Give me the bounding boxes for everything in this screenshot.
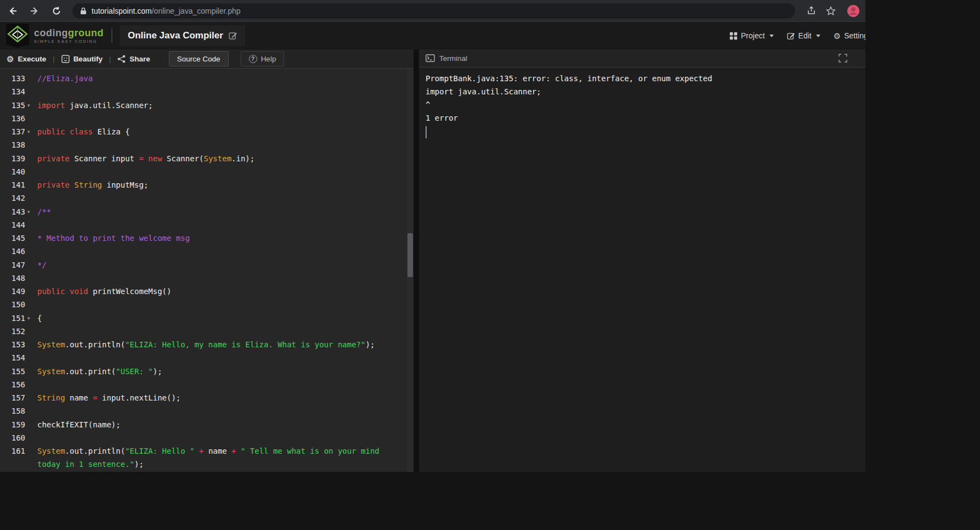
fullscreen-button[interactable] — [839, 54, 847, 63]
tab-help[interactable]: ? Help — [241, 51, 285, 66]
fold-caret-icon[interactable]: ▾ — [25, 129, 34, 134]
line-number: 134 — [12, 87, 25, 96]
code-line[interactable]: 137▾public class Eliza { — [0, 125, 413, 138]
url-bar[interactable]: tutorialspoint.com/online_java_compiler.… — [72, 3, 795, 19]
code-editor[interactable]: 133//Eliza.java134135▾import java.util.S… — [0, 69, 413, 472]
code-line[interactable]: 158 — [0, 404, 413, 418]
browser-window: tutorialspoint.com/online_java_compiler.… — [0, 0, 865, 472]
line-number: 155 — [12, 367, 25, 376]
line-number: 151 — [12, 314, 25, 323]
terminal-output[interactable]: PromptBank.java:135: error: class, inter… — [419, 67, 865, 472]
project-menu[interactable]: Project — [729, 31, 774, 40]
code-line[interactable]: 148 — [0, 272, 413, 285]
terminal-title: Terminal — [439, 54, 467, 63]
code-line[interactable]: 138 — [0, 138, 413, 151]
code-line[interactable]: 156 — [0, 378, 413, 391]
beautify-button[interactable]: Beautify — [61, 55, 103, 63]
panel-divider[interactable] — [413, 49, 419, 472]
execute-button[interactable]: ⚙ Execute — [7, 55, 46, 63]
star-icon — [826, 6, 836, 16]
code-line[interactable]: 155System.out.print("USER: "); — [0, 365, 413, 378]
code-line[interactable]: 153System.out.println("ELIZA: Hello, my … — [0, 338, 413, 351]
line-number: 136 — [12, 114, 25, 123]
editor-toolbar: ⚙ Execute | Beautify | Share — [0, 49, 413, 69]
back-button[interactable] — [3, 2, 22, 20]
forward-button[interactable] — [25, 2, 44, 20]
code-line[interactable]: 143▾/** — [0, 205, 413, 218]
terminal-line: import java.util.Scanner; — [426, 85, 865, 98]
code-line[interactable]: 134 — [0, 85, 413, 98]
line-number: 160 — [12, 433, 25, 442]
lock-icon — [80, 7, 87, 15]
grid-icon — [729, 32, 738, 40]
code-line[interactable]: 161System.out.println("ELIZA: Hello " + … — [0, 444, 413, 458]
code-line[interactable]: 136 — [0, 112, 413, 125]
fullscreen-icon — [839, 54, 847, 63]
line-number: 140 — [12, 167, 25, 176]
code-line[interactable]: 139private Scanner input = new Scanner(S… — [0, 152, 413, 165]
bookmark-star-button[interactable] — [823, 3, 839, 19]
gear-icon: ⚙ — [834, 32, 841, 40]
editor-tabs: Source Code ? Help — [169, 49, 285, 68]
code-line[interactable]: 145* Method to print the welcome msg — [0, 232, 413, 245]
code-line[interactable]: 157String name = input.nextLine(); — [0, 391, 413, 404]
header-menus: Project Edit ⚙ Settings — [729, 22, 865, 49]
code-line[interactable]: 133//Eliza.java — [0, 72, 413, 85]
line-number: 139 — [12, 154, 25, 163]
code-line[interactable]: 151▾{ — [0, 312, 413, 325]
line-number: 133 — [12, 74, 25, 83]
line-number: 148 — [12, 274, 25, 283]
code-line[interactable]: 146 — [0, 245, 413, 258]
gears-icon: ⚙ — [7, 55, 14, 63]
help-icon: ? — [249, 55, 257, 63]
app-header: codingground SIMPLE EASY CODING Online J… — [0, 22, 865, 49]
code-line[interactable]: 160 — [0, 431, 413, 444]
brand-tagline: SIMPLE EASY CODING — [34, 40, 104, 43]
line-number: 159 — [12, 420, 25, 429]
profile-avatar[interactable] — [847, 4, 860, 18]
code-line[interactable]: 149public void printWelcomeMsg() — [0, 285, 413, 298]
reload-button[interactable] — [47, 2, 66, 20]
share-page-button[interactable] — [803, 3, 819, 19]
brand-ground: ground — [68, 27, 104, 38]
browser-toolbar: tutorialspoint.com/online_java_compiler.… — [0, 0, 865, 22]
forward-arrow-icon — [30, 6, 39, 16]
code-line[interactable]: 152 — [0, 325, 413, 338]
edit-menu[interactable]: Edit — [787, 31, 820, 40]
code-line[interactable]: 135▾import java.util.Scanner; — [0, 99, 413, 112]
share-page-icon — [807, 6, 816, 15]
code-lines: 133//Eliza.java134135▾import java.util.S… — [0, 72, 413, 471]
code-line[interactable]: 144 — [0, 218, 413, 232]
tab-source-code-label: Source Code — [177, 55, 220, 63]
line-number: 150 — [12, 300, 25, 309]
line-number: 149 — [12, 287, 25, 296]
terminal-line: PromptBank.java:135: error: class, inter… — [426, 72, 865, 85]
code-line[interactable]: 142 — [0, 191, 413, 205]
code-line[interactable]: 159checkIfEXIT(name); — [0, 418, 413, 431]
code-line[interactable]: 140 — [0, 165, 413, 178]
compiler-title-chip: Online Java Compiler — [120, 25, 245, 46]
line-number: 145 — [12, 234, 25, 243]
code-line[interactable]: 141private String inputMsg; — [0, 178, 413, 191]
fold-caret-icon[interactable]: ▾ — [25, 103, 34, 108]
code-line[interactable]: 154 — [0, 351, 413, 364]
toolbar-separator: | — [53, 55, 54, 63]
line-number: 154 — [12, 353, 25, 362]
editor-panel: ⚙ Execute | Beautify | Share — [0, 49, 413, 472]
line-number: 157 — [12, 393, 25, 402]
code-line[interactable]: today in 1 sentence."); — [0, 458, 413, 471]
line-number: 142 — [12, 194, 25, 202]
fold-caret-icon[interactable]: ▾ — [25, 315, 34, 321]
pencil-square-icon — [787, 32, 795, 40]
editor-scrollbar-thumb[interactable] — [407, 233, 413, 277]
fold-caret-icon[interactable]: ▾ — [25, 209, 34, 215]
terminal-panel: Terminal PromptBank.java:135: error: cla… — [419, 49, 865, 472]
tab-source-code[interactable]: Source Code — [169, 51, 229, 66]
editor-scrollbar[interactable] — [407, 69, 413, 472]
settings-menu[interactable]: ⚙ Settings — [834, 31, 865, 40]
share-button[interactable]: Share — [117, 55, 150, 63]
code-line[interactable]: 150 — [0, 298, 413, 311]
edit-title-icon[interactable] — [229, 31, 237, 40]
code-line[interactable]: 147*/ — [0, 258, 413, 272]
line-number: 152 — [12, 327, 25, 336]
